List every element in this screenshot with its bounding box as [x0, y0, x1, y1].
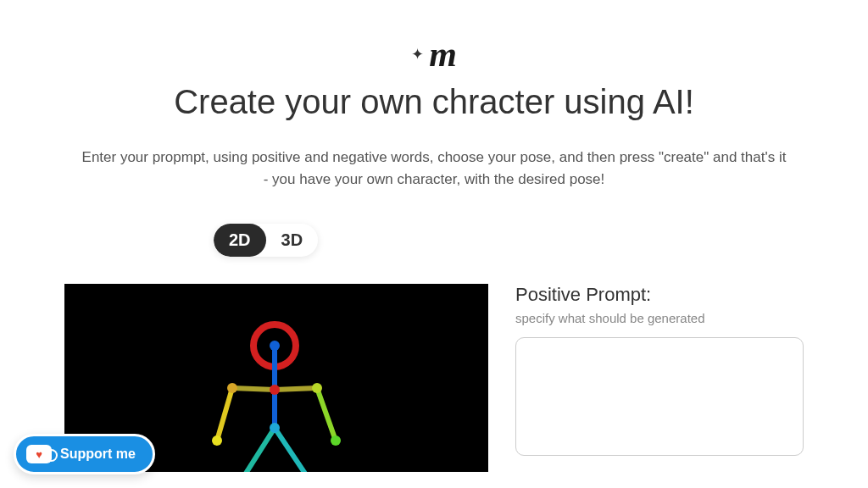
- mode-toggle: 2D 3D: [214, 224, 318, 257]
- sparkle-icon: ✦: [411, 45, 424, 64]
- content-row: Positive Prompt: specify what should be …: [61, 284, 807, 472]
- support-me-button[interactable]: ♥ Support me: [14, 434, 155, 474]
- page-description: Enter your propmpt, using positive and n…: [61, 147, 807, 190]
- shoulder-center-joint: [270, 385, 280, 395]
- left-wrist-joint: [212, 435, 222, 446]
- head-joint: [270, 341, 280, 351]
- form-column: Positive Prompt: specify what should be …: [515, 284, 804, 472]
- left-forearm: [217, 388, 232, 441]
- heart-icon: ♥: [36, 448, 42, 461]
- right-thigh: [275, 428, 309, 472]
- mode-toggle-row: 2D 3D: [61, 224, 807, 257]
- left-thigh: [242, 428, 275, 472]
- page-headline: Create your own chracter using AI!: [61, 83, 807, 121]
- left-upper-arm: [232, 388, 275, 390]
- logo: ✦ m: [411, 34, 457, 75]
- right-wrist-joint: [331, 435, 341, 446]
- positive-prompt-textarea[interactable]: [515, 337, 804, 456]
- toggle-3d-button[interactable]: 3D: [266, 224, 319, 257]
- positive-prompt-hint: specify what should be generated: [515, 311, 804, 325]
- right-upper-arm: [275, 388, 317, 390]
- hip-joint: [270, 423, 280, 433]
- logo-m-letter: m: [429, 34, 457, 75]
- toggle-2d-button[interactable]: 2D: [214, 224, 266, 257]
- positive-prompt-label: Positive Prompt:: [515, 284, 804, 306]
- right-shoulder-joint: [312, 383, 322, 393]
- support-me-label: Support me: [60, 446, 136, 462]
- right-forearm: [317, 388, 336, 441]
- coffee-icon: ♥: [26, 445, 52, 463]
- left-shoulder-joint: [227, 383, 237, 393]
